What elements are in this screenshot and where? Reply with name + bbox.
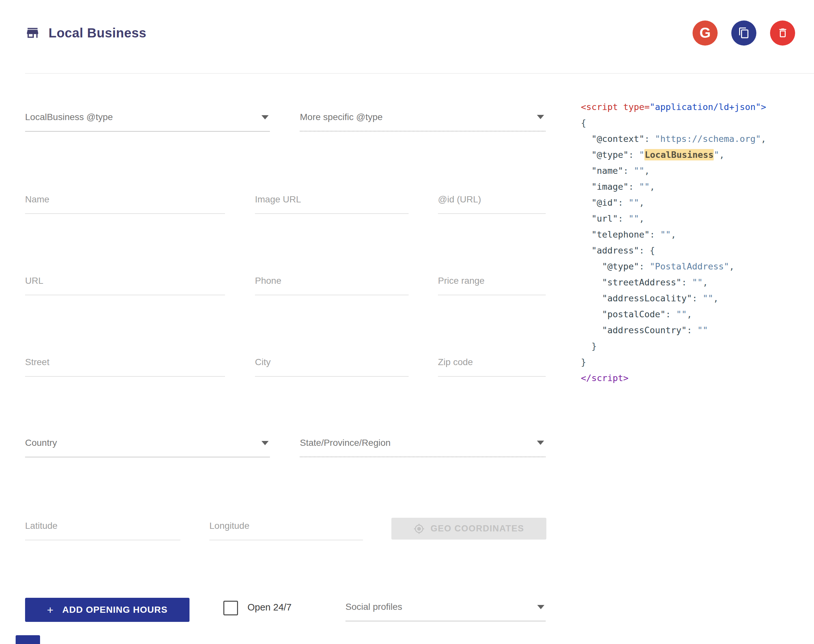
localbusiness-type-select[interactable]: LocalBusiness @type [25, 112, 270, 132]
country-select-value: Country [25, 438, 57, 448]
image-url-placeholder: Image URL [255, 194, 301, 204]
gps-location-icon [413, 523, 425, 534]
header: Local Business G [25, 19, 795, 47]
trash-icon [777, 27, 789, 39]
header-divider [25, 73, 814, 74]
state-select-value: State/Province/Region [300, 438, 391, 448]
url-input[interactable]: URL [25, 276, 225, 295]
partial-bottom-element[interactable] [15, 635, 40, 644]
social-profiles-select[interactable]: Social profiles [346, 602, 546, 621]
id-url-input[interactable]: @id (URL) [438, 194, 546, 214]
id-url-placeholder: @id (URL) [438, 194, 481, 204]
price-range-input[interactable]: Price range [438, 276, 546, 295]
open-247-checkbox[interactable] [223, 601, 238, 615]
more-specific-type-select[interactable]: More specific @type [300, 112, 545, 132]
price-range-placeholder: Price range [438, 276, 484, 286]
copy-button[interactable] [731, 20, 756, 46]
localbusiness-type-select-value: LocalBusiness @type [25, 112, 113, 122]
plus-icon: + [47, 604, 54, 616]
page-title: Local Business [49, 26, 146, 40]
add-opening-hours-button[interactable]: + ADD OPENING HOURS [25, 598, 189, 622]
geo-coordinates-label: GEO COORDINATES [430, 524, 524, 534]
phone-placeholder: Phone [255, 276, 281, 286]
copy-icon [738, 27, 750, 39]
open-247-label[interactable]: Open 24/7 [247, 602, 292, 613]
social-profiles-select-value: Social profiles [346, 602, 402, 612]
state-province-region-select[interactable]: State/Province/Region [300, 438, 545, 457]
longitude-input[interactable]: Longitude [209, 521, 363, 540]
zip-code-placeholder: Zip code [438, 357, 473, 367]
code-block: <script type="application/ld+json">{ "@c… [581, 99, 809, 386]
local-business-schema-page: Local Business G LocalBusiness @type Mor… [0, 0, 814, 644]
delete-button[interactable] [770, 20, 795, 46]
chevron-down-icon [537, 605, 544, 609]
more-specific-type-select-value: More specific @type [300, 112, 382, 122]
street-input[interactable]: Street [25, 357, 225, 377]
phone-input[interactable]: Phone [255, 276, 409, 295]
header-actions: G [693, 20, 795, 46]
street-placeholder: Street [25, 357, 49, 367]
store-icon [25, 25, 40, 40]
name-placeholder: Name [25, 194, 49, 204]
url-placeholder: URL [25, 276, 43, 286]
chevron-down-icon [261, 441, 269, 445]
chevron-down-icon [261, 115, 269, 120]
google-g-icon: G [699, 25, 711, 41]
geo-coordinates-button[interactable]: GEO COORDINATES [392, 518, 546, 540]
longitude-placeholder: Longitude [209, 521, 249, 531]
zip-code-input[interactable]: Zip code [438, 357, 546, 377]
country-select[interactable]: Country [25, 438, 270, 457]
city-input[interactable]: City [255, 357, 409, 377]
google-test-button[interactable]: G [693, 20, 717, 46]
name-input[interactable]: Name [25, 194, 225, 214]
chevron-down-icon [537, 115, 544, 119]
image-url-input[interactable]: Image URL [255, 194, 409, 214]
city-placeholder: City [255, 357, 270, 367]
latitude-input[interactable]: Latitude [25, 521, 180, 540]
title-group: Local Business [25, 25, 146, 40]
add-opening-hours-label: ADD OPENING HOURS [62, 605, 167, 615]
latitude-placeholder: Latitude [25, 521, 58, 531]
chevron-down-icon [537, 441, 544, 445]
